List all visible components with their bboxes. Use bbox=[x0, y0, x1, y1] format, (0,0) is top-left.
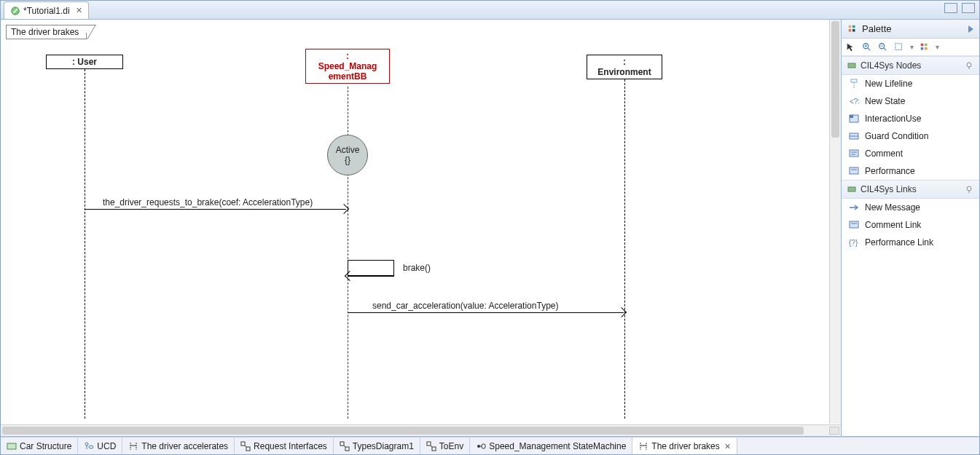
tab-label: The driver brakes bbox=[651, 441, 719, 451]
message-driver-brake-label: the_driver_requests_to_brake(coef: Accel… bbox=[103, 197, 313, 207]
pin-icon[interactable] bbox=[965, 185, 973, 194]
close-icon[interactable]: ✕ bbox=[76, 6, 82, 15]
message-send-car-accel-label: send_car_acceleration(value: Acceleratio… bbox=[372, 301, 558, 311]
svg-rect-52 bbox=[427, 442, 431, 446]
tab-the-driver-brakes[interactable]: The driver brakes ✕ bbox=[632, 438, 737, 455]
palette-item-new-message[interactable]: New Message bbox=[842, 199, 979, 216]
zoom-out-icon[interactable] bbox=[878, 42, 888, 52]
palette-nodes-list: New Lifeline <?> New State InteractionUs… bbox=[842, 75, 979, 180]
performance-link-icon: {?} bbox=[849, 237, 859, 248]
palette-item-comment[interactable]: Comment bbox=[842, 145, 979, 162]
tab-car-structure[interactable]: Car Structure bbox=[1, 438, 78, 455]
lifeline-environment[interactable] bbox=[624, 79, 625, 419]
tab-toenv[interactable]: ToEnv bbox=[420, 438, 470, 455]
editor-tab-label: *Tutorial1.di bbox=[23, 6, 70, 16]
palette-title: Palette bbox=[862, 23, 891, 34]
tab-speed-management-state-machine[interactable]: Speed_Management StateMachine bbox=[470, 438, 632, 455]
state-icon: <?> bbox=[849, 96, 859, 106]
palette-collapse-icon[interactable] bbox=[968, 25, 973, 33]
horizontal-scrollbar[interactable] bbox=[1, 424, 841, 436]
svg-rect-39 bbox=[7, 443, 16, 449]
vertical-scrollbar[interactable] bbox=[829, 20, 841, 424]
comment-icon bbox=[849, 149, 859, 159]
svg-rect-1 bbox=[849, 25, 852, 28]
tab-driver-accelerates[interactable]: The driver accelerates bbox=[122, 438, 235, 455]
scrollbar-thumb[interactable] bbox=[2, 427, 804, 435]
palette-section-nodes[interactable]: CIL4Sys Nodes bbox=[842, 56, 979, 75]
zoom-in-icon[interactable] bbox=[862, 42, 872, 52]
palette-header[interactable]: Palette bbox=[842, 20, 979, 39]
lifeline-user[interactable] bbox=[85, 69, 85, 419]
scrollbar-right-arrow[interactable] bbox=[829, 427, 839, 435]
editor-tab-tutorial1[interactable]: *Tutorial1.di ✕ bbox=[4, 1, 89, 19]
palette-item-performance-link[interactable]: {?} Performance Link bbox=[842, 234, 979, 251]
tab-ucd[interactable]: UCD bbox=[78, 438, 122, 455]
message-driver-brake[interactable] bbox=[85, 209, 346, 210]
palette-section-nodes-title: CIL4Sys Nodes bbox=[861, 60, 921, 71]
lifeline-speed-line3: ementBB bbox=[309, 71, 386, 82]
class-diagram-icon bbox=[340, 441, 350, 451]
minimize-button[interactable] bbox=[944, 3, 957, 13]
file-icon bbox=[10, 6, 20, 16]
tab-label: UCD bbox=[97, 441, 116, 451]
use-case-diagram-icon bbox=[84, 441, 94, 451]
palette-section-links[interactable]: CIL4Sys Links bbox=[842, 180, 979, 199]
palette-item-performance[interactable]: Performance bbox=[842, 162, 979, 180]
palette-item-interaction-use[interactable]: InteractionUse bbox=[842, 110, 979, 127]
palette-section-links-title: CIL4Sys Links bbox=[861, 184, 917, 194]
pin-icon[interactable] bbox=[965, 61, 973, 70]
svg-rect-49 bbox=[340, 442, 344, 446]
frame-label[interactable]: The driver brakes bbox=[6, 25, 87, 39]
palette-item-label: Comment bbox=[865, 149, 903, 159]
lifeline-head-speed-mgmt[interactable]: : Speed_Manag ementBB bbox=[305, 49, 390, 84]
svg-rect-32 bbox=[848, 187, 855, 191]
svg-rect-30 bbox=[850, 167, 858, 174]
palette-item-label: New State bbox=[865, 96, 905, 106]
sequence-diagram-icon bbox=[638, 441, 648, 451]
message-send-car-accel[interactable] bbox=[348, 312, 624, 313]
dropdown-caret-icon[interactable]: ▾ bbox=[936, 43, 939, 51]
diagram-tabs-bar: Car Structure UCD The driver accelerates… bbox=[1, 437, 979, 454]
grid-tool-icon[interactable] bbox=[920, 42, 930, 52]
svg-point-33 bbox=[967, 186, 971, 191]
selection-tool-icon[interactable] bbox=[846, 42, 856, 52]
svg-rect-16 bbox=[925, 47, 928, 50]
palette-item-guard-condition[interactable]: Guard Condition bbox=[842, 127, 979, 145]
tab-types-diagram1[interactable]: TypesDiagram1 bbox=[334, 438, 420, 455]
lifeline-head-user[interactable]: : User bbox=[46, 55, 123, 69]
palette-item-label: New Lifeline bbox=[865, 79, 912, 89]
palette-item-label: Comment Link bbox=[865, 220, 921, 230]
svg-rect-15 bbox=[921, 47, 924, 50]
palette-item-new-lifeline[interactable]: New Lifeline bbox=[842, 75, 979, 92]
palette-item-label: Guard Condition bbox=[865, 131, 928, 141]
maximize-button[interactable] bbox=[962, 3, 975, 13]
drawer-icon bbox=[847, 61, 856, 70]
close-icon[interactable]: ✕ bbox=[724, 442, 731, 451]
lifeline-icon bbox=[849, 79, 859, 89]
palette-item-comment-link[interactable]: Comment Link bbox=[842, 216, 979, 234]
tab-label: Car Structure bbox=[20, 441, 71, 451]
canvas-scroll: The driver brakes : User : Speed_Manag e… bbox=[1, 20, 841, 424]
svg-rect-17 bbox=[848, 63, 855, 68]
tab-label: ToEnv bbox=[439, 441, 463, 451]
svg-point-55 bbox=[477, 445, 480, 448]
state-invariant-active[interactable]: Active {} bbox=[327, 135, 368, 175]
palette-item-new-state[interactable]: <?> New State bbox=[842, 92, 979, 110]
lifeline-env-line2: Environment bbox=[597, 67, 651, 77]
execution-spec-brake[interactable] bbox=[348, 260, 394, 276]
scrollbar-thumb[interactable] bbox=[831, 21, 839, 138]
svg-rect-2 bbox=[852, 25, 855, 28]
app-window: *Tutorial1.di ✕ The driver brakes : User bbox=[0, 0, 980, 455]
dropdown-caret-icon[interactable]: ▾ bbox=[910, 43, 914, 51]
state-machine-icon bbox=[476, 441, 486, 451]
message-brake-label: brake() bbox=[403, 263, 431, 273]
lifeline-env-line1: : bbox=[623, 57, 626, 67]
lifeline-head-environment[interactable]: : Environment bbox=[587, 55, 662, 79]
marquee-zoom-icon[interactable] bbox=[894, 42, 904, 52]
diagram-canvas[interactable]: The driver brakes : User : Speed_Manag e… bbox=[1, 20, 665, 424]
svg-rect-46 bbox=[241, 442, 245, 446]
message-arrow-icon bbox=[849, 202, 859, 213]
frame-label-text: The driver brakes bbox=[11, 27, 79, 37]
tab-request-interfaces[interactable]: Request Interfaces bbox=[235, 438, 334, 455]
class-diagram-icon bbox=[240, 441, 251, 451]
